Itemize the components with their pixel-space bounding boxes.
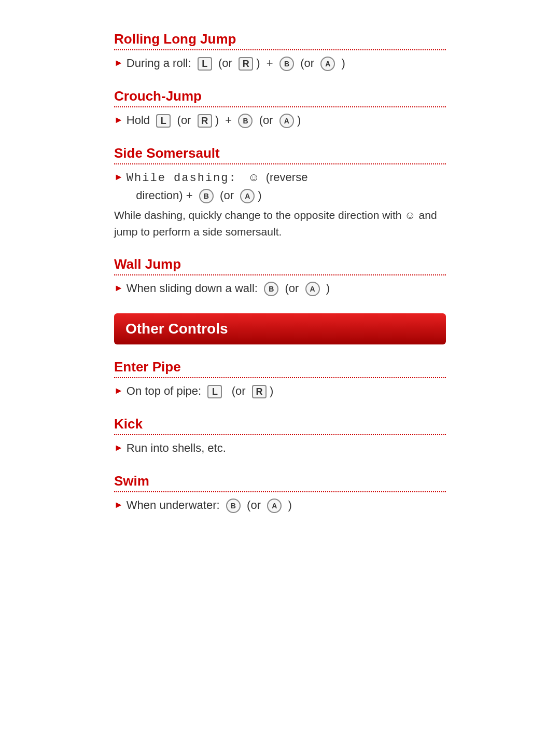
crouch-jump-title: Crouch-Jump (114, 88, 446, 104)
other-controls-label: Other Controls (125, 321, 228, 337)
divider (114, 491, 446, 492)
crouch-jump-instruction: ► Hold L (or R ) + B (or A ) (114, 112, 446, 129)
run-text: Run into shells, etc. (127, 441, 226, 454)
divider (114, 163, 446, 164)
instruction-text: On top of pipe: L (or R ) (127, 382, 446, 399)
side-somersault-description: While dashing, quickly change to the opp… (114, 207, 446, 240)
close-paren: ) (297, 114, 301, 127)
a-button: A (279, 114, 294, 128)
or-text: (or (174, 114, 194, 127)
arrow-icon: ► (114, 56, 123, 70)
side-somersault-section: Side Somersault ► While dashing: ☺ (reve… (114, 145, 446, 240)
close-paren: ) (270, 384, 273, 397)
r-button: R (252, 385, 267, 398)
sliding-text: When sliding down a wall: (127, 282, 261, 295)
a-button: A (240, 189, 255, 203)
or-text: (or (217, 189, 237, 202)
a-button: A (320, 57, 335, 71)
arrow-icon: ► (114, 498, 123, 512)
l-button: L (198, 57, 212, 71)
instruction-text: While dashing: ☺ (reverse direction) + B… (127, 169, 446, 204)
connector: ) + (215, 114, 239, 127)
on-top-text: On top of pipe: (127, 384, 204, 397)
rolling-long-jump-title: Rolling Long Jump (114, 31, 446, 47)
divider (114, 434, 446, 435)
wall-jump-instruction: ► When sliding down a wall: B (or A ) (114, 280, 446, 297)
a-button: A (267, 499, 282, 513)
underwater-text: When underwater: (127, 499, 223, 511)
rolling-long-jump-section: Rolling Long Jump ► During a roll: L (or… (114, 31, 446, 72)
r-button: R (239, 57, 253, 71)
enter-pipe-section: Enter Pipe ► On top of pipe: L (or R ) (114, 359, 446, 399)
side-somersault-title: Side Somersault (114, 145, 446, 161)
instruction-text: Run into shells, etc. (127, 439, 446, 457)
b-button: B (238, 114, 253, 128)
instruction-text: When sliding down a wall: B (or A ) (127, 280, 446, 297)
smile-symbol: ☺ (248, 171, 259, 184)
close-paren2: ) (338, 57, 345, 70)
b-button: B (264, 282, 278, 296)
instruction-text: When underwater: B (or A ) (127, 496, 446, 514)
side-somersault-instruction: ► While dashing: ☺ (reverse direction) +… (114, 169, 446, 204)
close-paren: ) + (256, 57, 276, 70)
divider (114, 274, 446, 275)
b-button: B (226, 499, 241, 513)
kick-title: Kick (114, 416, 446, 432)
arrow-icon: ► (114, 441, 123, 455)
or-text: (or (215, 57, 235, 70)
arrow-icon: ► (114, 170, 123, 184)
b-button: B (199, 189, 214, 203)
wall-jump-title: Wall Jump (114, 256, 446, 272)
hold-text: Hold (127, 114, 153, 127)
or-text2: (or (297, 57, 317, 70)
or-text: (or (244, 499, 264, 511)
kick-section: Kick ► Run into shells, etc. (114, 416, 446, 457)
arrow-icon: ► (114, 113, 123, 127)
close-paren: ) (258, 189, 261, 202)
or-text: (or (226, 384, 249, 397)
kick-instruction: ► Run into shells, etc. (114, 439, 446, 457)
r-button: R (198, 114, 212, 128)
swim-section: Swim ► When underwater: B (or A ) (114, 473, 446, 514)
b-button: B (279, 57, 294, 71)
close-paren: ) (285, 499, 291, 511)
or-text2: (or (256, 114, 276, 127)
rolling-long-jump-instruction: ► During a roll: L (or R ) + B (or A ) (114, 54, 446, 72)
close-paren: ) (323, 282, 330, 295)
arrow-icon: ► (114, 281, 123, 295)
swim-title: Swim (114, 473, 446, 489)
while-dashing-text: While dashing: (127, 172, 245, 185)
enter-pipe-instruction: ► On top of pipe: L (or R ) (114, 382, 446, 399)
or-text: (or (282, 282, 302, 295)
a-button: A (305, 282, 320, 296)
wall-jump-section: Wall Jump ► When sliding down a wall: B … (114, 256, 446, 297)
other-controls-banner: Other Controls (114, 313, 446, 344)
instruction-text: Hold L (or R ) + B (or A ) (127, 112, 446, 129)
l-button: L (207, 385, 222, 398)
divider (114, 377, 446, 378)
divider (114, 49, 446, 50)
l-button: L (156, 114, 171, 128)
swim-instruction: ► When underwater: B (or A ) (114, 496, 446, 514)
prefix-text: During a roll: (127, 57, 194, 70)
instruction-text: During a roll: L (or R ) + B (or A ) (127, 54, 446, 72)
crouch-jump-section: Crouch-Jump ► Hold L (or R ) + B (or A ) (114, 88, 446, 129)
divider (114, 106, 446, 107)
enter-pipe-title: Enter Pipe (114, 359, 446, 375)
arrow-icon: ► (114, 384, 123, 398)
